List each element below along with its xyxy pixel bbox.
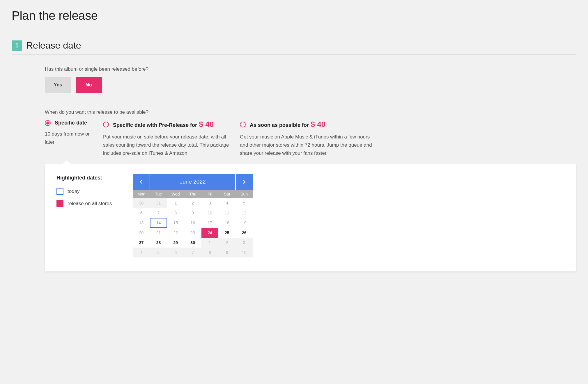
calendar-weekday-row: MonTueWedThuFriSatSun <box>133 190 253 198</box>
option-price: $ 40 <box>311 120 326 129</box>
calendar-day[interactable]: 17 <box>201 218 219 228</box>
calendar-row: 303112345 <box>133 198 253 208</box>
calendar-day[interactable]: 23 <box>184 228 201 238</box>
calendar-day[interactable]: 7 <box>184 248 201 257</box>
section-divider <box>12 54 576 55</box>
calendar-weekday: Wed <box>167 190 184 198</box>
released-before-buttons: Yes No <box>45 77 576 93</box>
radio-specific-date[interactable] <box>45 120 51 126</box>
calendar-day[interactable]: 10 <box>201 208 219 218</box>
option-label: Specific date with Pre-Release for <box>113 122 197 128</box>
availability-options: Specific date 10 days from now or later … <box>45 120 576 157</box>
calendar-weekday: Sun <box>235 190 253 198</box>
calendar-day[interactable]: 31 <box>150 198 167 208</box>
legend-swatch-today <box>56 188 63 195</box>
calendar-weekday: Tue <box>150 190 167 198</box>
legend-label: today <box>68 189 80 194</box>
radio-prerelease[interactable] <box>103 122 109 127</box>
released-yes-button[interactable]: Yes <box>45 77 71 93</box>
calendar-card: Highlighted dates: today release on all … <box>45 164 576 271</box>
released-no-button[interactable]: No <box>76 77 102 93</box>
option-prerelease[interactable]: Specific date with Pre-Release for $ 40 … <box>103 120 237 157</box>
option-desc: Get your music on Apple Music & iTunes w… <box>240 133 374 157</box>
option-label: Specific date <box>55 120 87 126</box>
calendar-day[interactable]: 1 <box>167 198 184 208</box>
section-number-badge: 1 <box>12 40 22 51</box>
page-title: Plan the release <box>12 9 576 23</box>
calendar-day[interactable]: 1 <box>201 238 219 248</box>
calendar-day[interactable]: 18 <box>218 218 235 228</box>
calendar-weekday: Fri <box>201 190 219 198</box>
calendar-day[interactable]: 6 <box>167 248 184 257</box>
calendar-day[interactable]: 16 <box>184 218 201 228</box>
legend-item-release: release on all stores <box>56 200 112 207</box>
calendar-row: 45678910 <box>133 248 253 257</box>
calendar-day[interactable]: 3 <box>201 198 219 208</box>
calendar-weekday: Sat <box>218 190 235 198</box>
calendar-weekday: Mon <box>133 190 150 198</box>
section-header: 1 Release date <box>12 40 576 51</box>
calendar-day[interactable]: 4 <box>218 198 235 208</box>
calendar-day[interactable]: 12 <box>235 208 253 218</box>
calendar-day[interactable]: 4 <box>133 248 150 257</box>
calendar-row: 6789101112 <box>133 208 253 218</box>
calendar-day[interactable]: 9 <box>184 208 201 218</box>
calendar-day[interactable]: 5 <box>235 198 253 208</box>
option-desc: Put your music on sale before your relea… <box>103 133 237 157</box>
calendar-day[interactable]: 2 <box>184 198 201 208</box>
calendar-month-label[interactable]: June 2022 <box>150 174 235 190</box>
calendar-day[interactable]: 21 <box>150 228 167 238</box>
option-label: As soon as possible for <box>250 122 309 128</box>
calendar-day[interactable]: 7 <box>150 208 167 218</box>
calendar-day[interactable]: 5 <box>150 248 167 257</box>
option-specific-date[interactable]: Specific date 10 days from now or later <box>45 120 100 157</box>
radio-asap[interactable] <box>240 122 246 127</box>
calendar-day[interactable]: 2 <box>218 238 235 248</box>
calendar-day[interactable]: 24 <box>201 228 219 238</box>
calendar-day[interactable]: 8 <box>167 208 184 218</box>
calendar-day[interactable]: 28 <box>150 238 167 248</box>
calendar-row: 20212223242526 <box>133 228 253 238</box>
legend-swatch-release <box>56 200 63 207</box>
calendar: June 2022 MonTueWedThuFriSatSun 30311234… <box>133 174 253 257</box>
calendar-body: 3031123456789101112131415161718192021222… <box>133 198 253 257</box>
calendar-day[interactable]: 14 <box>150 218 167 228</box>
calendar-day[interactable]: 13 <box>133 218 150 228</box>
calendar-day[interactable]: 11 <box>218 208 235 218</box>
calendar-day[interactable]: 29 <box>167 238 184 248</box>
calendar-weekday: Thu <box>184 190 201 198</box>
calendar-next-button[interactable] <box>236 174 253 190</box>
calendar-day[interactable]: 20 <box>133 228 150 238</box>
calendar-day[interactable]: 9 <box>218 248 235 257</box>
option-price: $ 40 <box>199 120 214 129</box>
calendar-row: 13141516171819 <box>133 218 253 228</box>
chevron-right-icon <box>243 179 246 184</box>
calendar-day[interactable]: 25 <box>218 228 235 238</box>
calendar-day[interactable]: 27 <box>133 238 150 248</box>
calendar-day[interactable]: 19 <box>235 218 253 228</box>
calendar-day[interactable]: 6 <box>133 208 150 218</box>
released-before-label: Has this album or single been released b… <box>45 66 576 72</box>
calendar-day[interactable]: 10 <box>235 248 253 257</box>
option-desc: 10 days from now or later <box>45 130 100 146</box>
calendar-day[interactable]: 26 <box>235 228 253 238</box>
calendar-day[interactable]: 8 <box>201 248 219 257</box>
section-title: Release date <box>26 40 81 51</box>
option-asap[interactable]: As soon as possible for $ 40 Get your mu… <box>240 120 374 157</box>
chevron-left-icon <box>140 179 143 184</box>
legend-title: Highlighted dates: <box>56 175 112 181</box>
legend-item-today: today <box>56 188 112 195</box>
calendar-day[interactable]: 3 <box>235 238 253 248</box>
calendar-day[interactable]: 30 <box>133 198 150 208</box>
calendar-row: 27282930123 <box>133 238 253 248</box>
legend-label: release on all stores <box>68 201 112 207</box>
calendar-day[interactable]: 30 <box>184 238 201 248</box>
calendar-legend: Highlighted dates: today release on all … <box>56 174 112 257</box>
calendar-day[interactable]: 15 <box>167 218 184 228</box>
calendar-day[interactable]: 22 <box>167 228 184 238</box>
availability-label: When do you want this release to be avai… <box>45 109 576 115</box>
calendar-prev-button[interactable] <box>133 174 150 190</box>
